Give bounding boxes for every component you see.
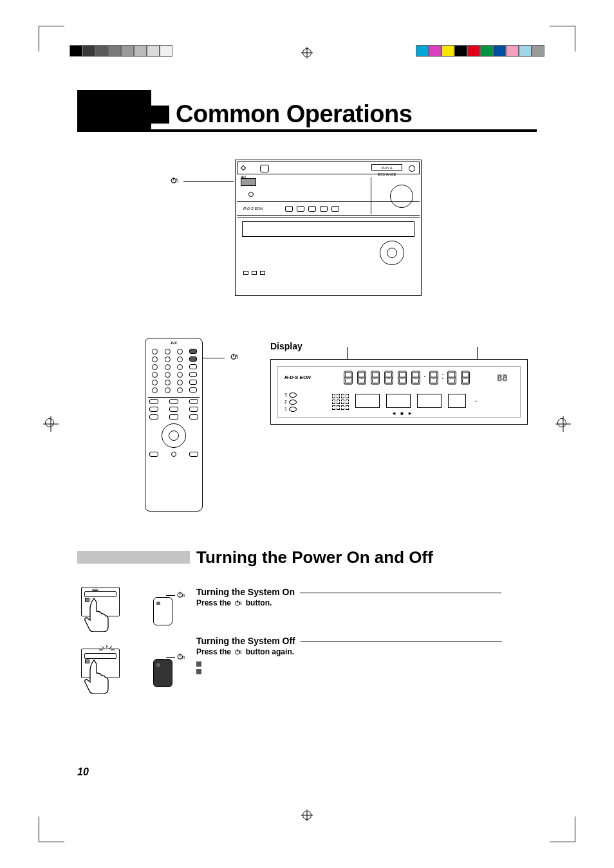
remote-brand: JVC [145,341,202,345]
svg-marker-47 [419,378,420,383]
svg-marker-28 [386,383,393,384]
chapter-tab [77,90,151,132]
remote-power-callout: /I [230,353,238,362]
svg-marker-65 [461,372,462,378]
hand-press-icon [80,659,109,696]
remote-control-figure: JVC /I [145,338,203,512]
svg-marker-26 [378,378,380,383]
grayscale-swatches [70,45,172,57]
svg-marker-60 [447,378,449,383]
display-section: Display R·D·S EON ·: 88 3 2 1 [270,341,530,425]
page-number: 10 [77,766,89,778]
seven-seg-small: 88 [497,372,514,383]
svg-marker-21 [372,383,379,384]
heading-bullet-icon [151,106,169,124]
svg-marker-37 [398,372,400,378]
mini-remote-icon [153,659,172,687]
svg-marker-20 [372,371,379,373]
svg-marker-61 [454,378,456,383]
svg-marker-64 [462,377,468,378]
svg-text:/I: /I [239,600,242,606]
svg-marker-18 [358,378,359,383]
crop-mark [550,817,575,842]
svg-marker-68 [468,378,469,383]
svg-marker-11 [344,378,346,383]
svg-text:/I: /I [239,649,242,655]
svg-marker-44 [412,372,413,378]
svg-marker-63 [461,383,469,384]
display-panel-figure: R·D·S EON ·: 88 3 2 1 [270,359,528,425]
svg-marker-38 [405,372,407,378]
svg-marker-48 [430,371,437,373]
crop-mark [550,26,575,51]
disc-indicators: 3 2 1 [284,391,297,412]
jog-dial-icon [380,241,404,265]
power-symbol-inline-icon: /I [234,648,242,658]
remote-dpad-icon [162,423,186,448]
svg-marker-51 [429,372,431,378]
svg-marker-27 [386,371,393,373]
chapter-heading: Common Operations [77,90,537,132]
heading-rule: ———————————————————————— [301,636,537,646]
heading-rule: ———————————————————————— [300,587,537,597]
turning-off-instruction: Press the /I button again. [196,647,537,658]
svg-marker-33 [392,378,393,383]
turning-off-heading: Turning the System Off [196,636,295,646]
svg-marker-49 [430,383,437,384]
svg-marker-15 [358,377,364,378]
svg-marker-12 [351,378,353,383]
svg-marker-13 [358,371,366,373]
volume-knob-icon [390,185,413,208]
svg-marker-35 [399,383,406,384]
power-symbol-callout: /I [171,176,178,186]
svg-marker-14 [358,383,366,384]
svg-text:/I: /I [182,654,185,660]
svg-marker-55 [448,371,455,373]
svg-marker-31 [392,372,393,378]
crop-mark [39,817,64,842]
svg-marker-57 [449,377,454,378]
svg-marker-8 [345,377,351,378]
mini-remote-icon [153,597,172,625]
power-section: Turning the Power On and Off /I [77,547,537,710]
svg-marker-30 [385,372,386,378]
svg-marker-9 [344,372,346,378]
svg-marker-22 [372,377,378,378]
registration-mark-icon [302,48,312,57]
svg-marker-53 [429,378,431,383]
svg-marker-34 [399,371,406,373]
turning-on-instruction: Press the /I button. [196,598,537,609]
callout-line [183,181,234,182]
svg-marker-29 [386,377,391,378]
remote-power-symbol: /I [177,652,185,661]
svg-marker-46 [412,378,413,383]
svg-text:/I: /I [236,354,238,360]
svg-marker-36 [399,377,405,378]
remote-power-symbol: /I [177,591,185,600]
page-title: Common Operations [176,100,412,128]
svg-marker-6 [345,371,352,373]
svg-marker-39 [398,378,400,383]
svg-marker-23 [371,372,373,378]
svg-marker-16 [358,372,359,378]
svg-marker-17 [365,372,366,378]
svg-text:/I: /I [182,593,185,598]
svg-marker-42 [413,383,420,384]
svg-marker-50 [431,377,436,378]
svg-marker-7 [345,383,352,384]
note-bullets [196,661,537,674]
main-unit-figure: /I PLAY & EXCHANGE ⏻/I R·D·S EON [222,154,422,296]
svg-marker-41 [413,371,420,373]
svg-marker-54 [436,378,438,383]
svg-marker-19 [365,378,366,383]
seven-seg-row: ·: [342,371,471,385]
svg-marker-52 [436,372,438,378]
svg-marker-58 [447,372,449,378]
section-title: Turning the Power On and Off [196,548,433,568]
side-registration [45,418,57,430]
svg-marker-25 [371,378,373,383]
hand-press-icon [80,597,109,634]
disc-tray-label: PLAY & EXCHANGE [371,164,402,171]
color-swatches [416,45,544,57]
svg-marker-45 [419,372,420,378]
